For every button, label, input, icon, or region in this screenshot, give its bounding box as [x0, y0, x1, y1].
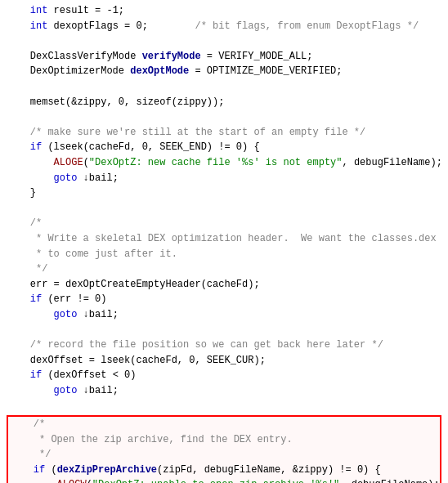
highlighted-code-block: /* * Open the zip archive, find the DEX …	[7, 415, 441, 483]
code-line	[7, 34, 441, 49]
code-line: int dexoptFlags = 0; /* bit flags, from …	[7, 19, 441, 34]
code-line: if (dexZipPrepArchive(zipFd, debugFileNa…	[10, 463, 438, 478]
code-line: if (lseek(cacheFd, 0, SEEK_END) != 0) {	[7, 140, 441, 155]
code-line: dexOffset = lseek(cacheFd, 0, SEEK_CUR);	[7, 353, 441, 369]
code-line: goto ↓bail;	[7, 171, 441, 186]
code-line	[7, 398, 441, 414]
code-line	[7, 322, 441, 338]
code-line: * Write a skeletal DEX optimization head…	[7, 231, 441, 247]
code-line: int result = -1;	[7, 3, 441, 19]
code-line: /* record the file position so we can ge…	[7, 338, 441, 353]
code-line: ALOGE("DexOptZ: new cache file '%s' is n…	[7, 155, 441, 171]
code-line: * to come just after it.	[7, 247, 441, 262]
code-line: DexClassVerifyMode verifyMode = VERIFY_M…	[7, 49, 441, 65]
code-line: if (err != 0)	[7, 292, 441, 307]
code-line	[7, 110, 441, 125]
code-line: ALOGW("DexOptZ: unable to open zip archi…	[10, 477, 438, 483]
code-line: /*	[7, 216, 441, 231]
code-line: goto ↓bail;	[7, 307, 441, 323]
code-line: DexOptimizerMode dexOptMode = OPTIMIZE_M…	[7, 64, 441, 79]
code-line: err = dexOptCreateEmptyHeader(cacheFd);	[7, 277, 441, 293]
code-line: if (dexOffset < 0)	[7, 368, 441, 383]
code-line	[7, 201, 441, 217]
code-line: memset(&zippy, 0, sizeof(zippy));	[7, 95, 441, 110]
code-line: /* make sure we're still at the start of…	[7, 125, 441, 141]
code-line: /*	[10, 417, 438, 432]
code-line: * Open the zip archive, find the DEX ent…	[10, 432, 438, 448]
code-container: int result = -1; int dexoptFlags = 0; /*…	[0, 0, 448, 483]
code-line: }	[7, 186, 441, 201]
code-line: */	[7, 262, 441, 277]
code-line: */	[10, 447, 438, 463]
code-line: goto ↓bail;	[7, 383, 441, 399]
code-line	[7, 79, 441, 95]
